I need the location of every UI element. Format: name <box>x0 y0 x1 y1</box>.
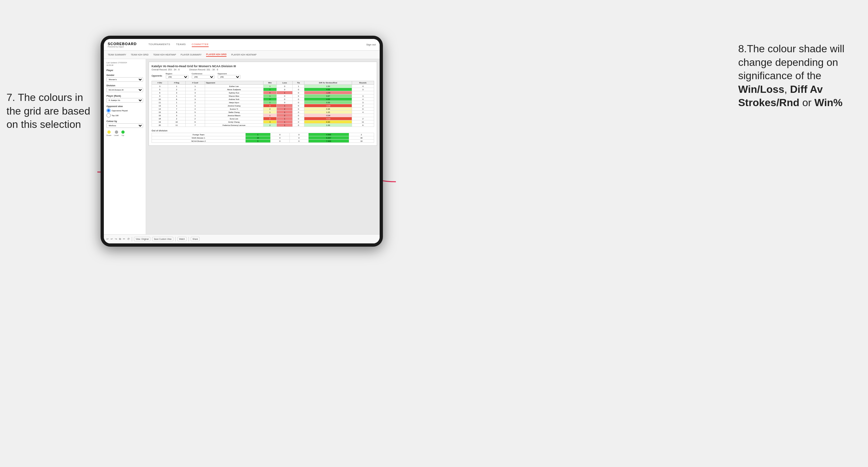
cell-win: 4 <box>263 120 277 124</box>
filter-opponent: Opponent (All) <box>218 73 241 79</box>
cut-icon[interactable]: ✂ <box>123 238 125 241</box>
overall-record: Overall Record: 353 - 34 - 6 <box>152 68 180 71</box>
cell-reg: 11 <box>168 124 185 127</box>
col-conf: # Conf <box>185 81 205 85</box>
data-table: # Div # Reg # Conf Opponent Win Loss Tie… <box>152 81 374 127</box>
cell-conf: 5 <box>185 111 205 114</box>
cell-tie: 0 <box>293 88 304 91</box>
last-updated: Last Updated: 27/03/2024 16:55:38 <box>106 62 143 66</box>
divider-3 <box>188 237 189 242</box>
cell-name: Jessica Mason <box>205 114 263 117</box>
cell-conf: 2 <box>185 88 205 91</box>
cell-ood-win: 15 <box>245 136 270 139</box>
cell-diff: -5.00 <box>304 117 352 120</box>
colour-level: Level <box>114 130 118 136</box>
sub-nav-player-h2h-grid[interactable]: PLAYER H2H GRID <box>206 53 226 57</box>
opponent-select[interactable]: (All) <box>218 75 241 79</box>
filter-region: Region (All) <box>166 73 188 79</box>
radio-opponents-played[interactable]: Opponents Played <box>106 108 143 113</box>
table-row: 13 1 1 Jessica Huang 0 1 0 -3.00 2 <box>152 104 374 107</box>
conference-select[interactable]: (All) <box>192 75 215 79</box>
sub-nav-team-h2h-heatmap[interactable]: TEAM H2H HEATMAP <box>153 53 176 57</box>
nav-committee[interactable]: COMMITTEE <box>192 42 209 47</box>
cell-name: Heejo Hyun <box>205 101 263 104</box>
cell-conf: 2 <box>185 117 205 120</box>
divider-1 <box>132 237 132 242</box>
cell-diff: 0.30 <box>304 120 352 124</box>
cell-ood-rounds: 30 <box>349 136 374 139</box>
sub-nav-player-h2h-heatmap[interactable]: PLAYER H2H HEATMAP <box>231 53 256 57</box>
out-of-division-label: Out of division <box>152 129 374 132</box>
sub-nav-team-summary[interactable]: TEAM SUMMARY <box>108 53 126 57</box>
logo-sub: Powered by clippd <box>108 46 136 48</box>
cell-loss: 1 <box>277 120 293 124</box>
tablet-frame: SCOREBOARD Powered by clippd TOURNAMENTS… <box>101 36 383 247</box>
table-row: 15 8 5 Stella Cheng 1 1 0 1.25 4 <box>152 111 374 114</box>
cell-ood-diff: 9.267 <box>309 136 349 139</box>
cell-conf: 4 <box>185 94 205 98</box>
cell-div: 3 <box>152 85 168 88</box>
radio-top-100[interactable]: Top 100 <box>106 113 143 118</box>
division-select[interactable]: NCAA Division III <box>106 88 143 92</box>
up-label: Up <box>122 134 124 136</box>
save-custom-view-btn[interactable]: Save Custom View <box>152 237 173 241</box>
nav-teams[interactable]: TEAMS <box>176 42 186 47</box>
nav-items: TOURNAMENTS TEAMS COMMITTEE <box>148 42 366 47</box>
out-of-division-table: Foreign Team 1 0 0 4.500 2 NAIA Division… <box>152 133 374 143</box>
colour-up: Up <box>121 130 125 136</box>
grid-area: Katelyn Vo Head-to-Head Grid for Women's… <box>146 59 380 234</box>
cell-ood-name: Foreign Team <box>152 133 246 136</box>
share-btn[interactable]: Share <box>191 237 199 241</box>
sub-nav: TEAM SUMMARY TEAM H2H GRID TEAM H2H HEAT… <box>104 51 380 59</box>
view-original-btn[interactable]: View: Original <box>134 237 150 241</box>
cell-win: 2 <box>263 107 277 111</box>
cell-div: 14 <box>152 107 168 111</box>
cell-reg: 6 <box>168 98 185 101</box>
filters-row: Opponents: Region (All) Conference (All) <box>152 73 374 79</box>
player-rank-select[interactable]: 8. Katelyn Vo <box>106 98 143 102</box>
cell-reg: 1 <box>168 101 185 104</box>
player-rank-label: Player (Rank) <box>106 95 143 97</box>
copy-icon[interactable]: ⧉ <box>119 238 121 241</box>
cell-name: Jessica Huang <box>205 104 263 107</box>
grid-title: Katelyn Vo Head-to-Head Grid for Women's… <box>152 65 374 68</box>
redo-icon[interactable]: ↩ <box>111 238 113 241</box>
undo-icon[interactable]: ↩ <box>106 238 109 241</box>
cell-loss: 1 <box>277 124 293 127</box>
cell-ood-loss: 0 <box>271 136 290 139</box>
down-label: Down <box>106 134 111 136</box>
cell-ood-win: 1 <box>245 133 270 136</box>
region-select[interactable]: (All) <box>166 75 188 79</box>
nav-tournaments[interactable]: TOURNAMENTS <box>148 42 170 47</box>
opponents-label: Opponents: <box>152 75 162 77</box>
clock-icon[interactable]: ⏱ <box>127 238 130 241</box>
cell-ood-name: NAIA Division 1 <box>152 136 246 139</box>
right-annotation-text3: or <box>799 97 814 108</box>
cell-conf: 1 <box>185 85 205 88</box>
cell-win: 0 <box>263 91 277 94</box>
opponent-label: Opponent <box>218 73 241 75</box>
sign-out-link[interactable]: Sign out <box>366 43 376 46</box>
colour-by-select[interactable]: Win/loss <box>106 123 143 128</box>
gender-select[interactable]: Women's <box>106 77 143 82</box>
level-dot <box>115 130 118 134</box>
col-loss: Loss <box>277 81 293 85</box>
cell-tie: 0 <box>293 107 304 111</box>
sub-nav-team-h2h-grid[interactable]: TEAM H2H GRID <box>131 53 149 57</box>
out-of-division-row: NAIA Division 1 15 0 0 9.267 30 <box>152 136 374 139</box>
cell-name: Stella Cheng <box>205 111 263 114</box>
col-tie: Tie <box>293 81 304 85</box>
cell-conf: 1 <box>185 114 205 117</box>
cell-rounds: 3 <box>352 88 374 91</box>
cell-tie: 0 <box>293 117 304 120</box>
cell-reg: 3 <box>168 91 185 94</box>
out-of-division-row: Foreign Team 1 0 0 4.500 2 <box>152 133 374 136</box>
cell-rounds: 3 <box>352 94 374 98</box>
forward-icon[interactable]: ↪ <box>115 238 117 241</box>
cell-rounds: 4 <box>352 98 374 101</box>
cell-win: 1 <box>263 94 277 98</box>
watch-btn[interactable]: Watch <box>178 237 187 241</box>
sub-nav-player-summary[interactable]: PLAYER SUMMARY <box>181 53 202 57</box>
sidebar-colour-by-section: Colour by Win/loss <box>106 120 143 128</box>
cell-tie: 0 <box>293 114 304 117</box>
